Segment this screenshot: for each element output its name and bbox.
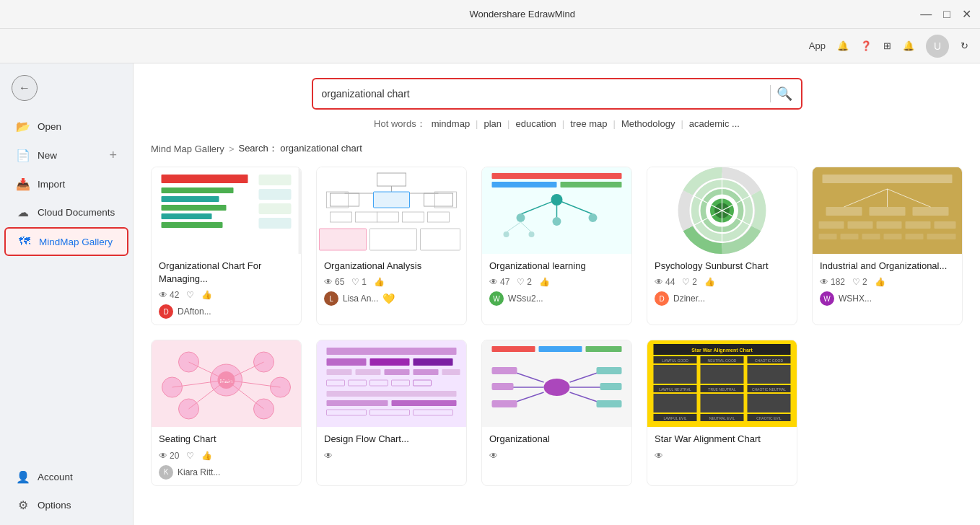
eye-icon-8: 👁 xyxy=(489,451,498,461)
svg-text:NEUTRAL GOOD: NEUTRAL GOOD xyxy=(708,358,737,363)
heart-icon-6: ♡ xyxy=(186,451,194,461)
hot-words-label: Hot words： xyxy=(374,118,426,131)
hot-word-methodology[interactable]: Methodology xyxy=(621,117,675,131)
card-stats-5: 👁 182 ♡ 2 👍 xyxy=(820,277,955,287)
card-likes-4: ♡ 2 xyxy=(682,277,697,287)
notification-button[interactable]: 🔔 xyxy=(837,40,849,51)
sidebar-item-import[interactable]: 📥 Import xyxy=(4,171,128,198)
card-stats-4: 👁 44 ♡ 2 👍 xyxy=(655,277,789,287)
svg-rect-69 xyxy=(935,221,956,229)
heart-icon-3: ♡ xyxy=(517,277,525,287)
gallery-card-8[interactable]: Organizational 👁 xyxy=(481,340,632,485)
svg-rect-110 xyxy=(327,410,367,415)
share-button[interactable]: 🔔 xyxy=(903,40,914,51)
card-likes-3: ♡ 2 xyxy=(517,277,532,287)
sidebar-item-account[interactable]: 👤 Account xyxy=(4,464,128,490)
hot-word-education[interactable]: education xyxy=(515,117,556,131)
svg-rect-8 xyxy=(259,189,292,200)
gallery-card-6[interactable]: Main xyxy=(151,340,302,485)
card-stats-9: 👁 xyxy=(655,451,789,461)
search-button[interactable]: 🔍 xyxy=(776,86,792,102)
card-likes-6: ♡ xyxy=(186,451,194,461)
sidebar-item-options[interactable]: ⚙ Options xyxy=(4,492,128,519)
hot-word-treemap[interactable]: tree map xyxy=(570,117,607,131)
svg-text:CHAOTIC NEUTRAL: CHAOTIC NEUTRAL xyxy=(752,387,786,392)
user-avatar[interactable]: U xyxy=(926,35,949,58)
gallery-card-9[interactable]: Star War Alignment Chart LAWFUL GOOD NEU… xyxy=(647,340,797,485)
svg-rect-125 xyxy=(492,383,514,390)
card-svg-1 xyxy=(152,167,301,254)
card-image-7 xyxy=(317,340,466,427)
gallery-card-7[interactable]: Design Flow Chart... 👁 xyxy=(316,340,467,485)
svg-rect-7 xyxy=(259,175,292,185)
svg-text:CHAOTIC EVIL: CHAOTIC EVIL xyxy=(756,416,782,420)
eye-icon-4: 👁 xyxy=(655,277,663,287)
sidebar-item-new[interactable]: 📄 New + xyxy=(4,141,128,169)
plus-icon: + xyxy=(109,148,117,163)
back-button[interactable]: ← xyxy=(12,75,38,101)
sidebar-item-open[interactable]: 📂 Open xyxy=(4,113,128,140)
hot-word-mindmap[interactable]: mindmap xyxy=(432,117,470,131)
author-avatar-1: D xyxy=(159,304,173,319)
app-label: App xyxy=(809,40,826,51)
eye-icon-7: 👁 xyxy=(324,451,333,461)
svg-rect-9 xyxy=(259,203,292,214)
svg-rect-75 xyxy=(927,234,956,239)
svg-text:LAWFUL EVIL: LAWFUL EVIL xyxy=(663,416,686,420)
gallery-card-4[interactable]: Psychology Sunburst Chart 👁 44 ♡ 2 👍 xyxy=(647,167,797,325)
thumbs-icon-3: 👍 xyxy=(539,277,550,287)
gallery-card-2[interactable]: Organizational Analysis 👁 65 ♡ 1 👍 xyxy=(316,167,467,325)
card-body-5: Industrial and Organizational... 👁 182 ♡… xyxy=(813,254,962,312)
help-button[interactable]: ❓ xyxy=(860,40,872,51)
sidebar-back-area: ← xyxy=(0,69,133,107)
card-author-4: D Dziner... xyxy=(655,291,789,306)
card-stats-6: 👁 20 ♡ 👍 xyxy=(159,451,294,461)
maximize-button[interactable]: □ xyxy=(943,9,950,20)
card-body-1: Organizational Chart For Managing... 👁 4… xyxy=(152,254,301,325)
card-title-2: Organizational Analysis xyxy=(324,260,459,273)
svg-rect-102 xyxy=(327,380,345,386)
card-body-2: Organizational Analysis 👁 65 ♡ 1 👍 xyxy=(317,254,466,312)
eye-icon-5: 👁 xyxy=(820,277,828,287)
hot-word-academic[interactable]: academic ... xyxy=(689,117,740,131)
gallery-card-5[interactable]: Industrial and Organizational... 👁 182 ♡… xyxy=(812,167,963,325)
breadcrumb-gallery-link[interactable]: Mind Map Gallery xyxy=(151,144,224,154)
svg-rect-70 xyxy=(819,234,837,239)
gallery-card-1[interactable]: Organizational Chart For Managing... 👁 4… xyxy=(151,167,302,325)
svg-rect-5 xyxy=(162,213,212,219)
card-author-6: K Kiara Ritt... xyxy=(159,465,294,480)
card-image-5 xyxy=(813,167,962,254)
card-likes-1: ♡ xyxy=(186,290,194,300)
hot-words-bar: Hot words： mindmap | plan | education | … xyxy=(374,117,740,131)
grid-icon: ⊞ xyxy=(883,40,891,51)
svg-rect-104 xyxy=(370,380,388,386)
heart-icon-2: ♡ xyxy=(351,277,359,287)
card-image-6: Main xyxy=(152,340,301,427)
gallery-card-3[interactable]: Organizational learning 👁 47 ♡ 2 👍 xyxy=(481,167,632,325)
card-views-3: 👁 47 xyxy=(489,277,509,287)
card-svg-8 xyxy=(482,340,631,427)
card-body-6: Seating Chart 👁 20 ♡ 👍 xyxy=(152,427,301,485)
minimize-button[interactable]: — xyxy=(920,9,932,20)
search-input[interactable] xyxy=(322,88,764,100)
svg-rect-106 xyxy=(414,380,432,386)
thumbs-icon-2: 👍 xyxy=(374,277,385,287)
sidebar-item-cloud[interactable]: ☁ Cloud Documents xyxy=(4,199,128,226)
card-svg-4 xyxy=(647,167,797,254)
svg-rect-65 xyxy=(819,221,844,229)
svg-rect-109 xyxy=(392,400,457,406)
search-icon: 🔍 xyxy=(776,86,792,102)
svg-rect-103 xyxy=(349,380,367,386)
grid-button[interactable]: ⊞ xyxy=(883,40,891,51)
svg-rect-32 xyxy=(492,182,557,188)
svg-rect-127 xyxy=(597,367,622,374)
avatar-initials: U xyxy=(934,40,941,52)
close-button[interactable]: ✕ xyxy=(962,9,971,20)
hot-word-plan[interactable]: plan xyxy=(484,117,502,131)
app-button[interactable]: App xyxy=(809,40,826,51)
sidebar-item-gallery[interactable]: 🗺 MindMap Gallery xyxy=(4,227,128,256)
author-name-6: Kiara Ritt... xyxy=(178,467,220,477)
svg-rect-73 xyxy=(884,234,902,239)
refresh-button[interactable]: ↻ xyxy=(961,40,968,51)
sidebar-gallery-label: MindMap Gallery xyxy=(39,237,113,247)
